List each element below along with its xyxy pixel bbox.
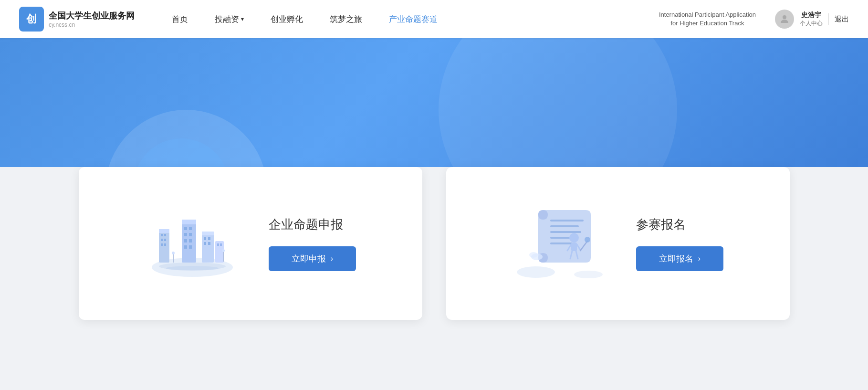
svg-point-0 (783, 15, 786, 19)
svg-rect-6 (161, 239, 163, 241)
svg-rect-26 (215, 241, 224, 263)
svg-rect-13 (189, 227, 192, 230)
svg-rect-27 (217, 243, 219, 246)
svg-rect-23 (208, 237, 210, 240)
svg-rect-7 (164, 239, 166, 241)
chevron-down-icon: ▾ (241, 16, 244, 22)
svg-rect-14 (184, 233, 187, 236)
intl-application-text: International Participant Application fo… (659, 11, 756, 28)
logo-icon: 创 (19, 7, 44, 32)
svg-point-35 (517, 266, 555, 278)
enterprise-card-content: 企业命题申报 立即申报 › (269, 216, 356, 271)
registration-card-content: 参赛报名 立即报名 › (636, 216, 723, 271)
svg-rect-3 (159, 229, 169, 233)
bottom-bg (0, 320, 868, 377)
user-center-label: 个人中心 (800, 20, 823, 28)
svg-rect-12 (184, 227, 187, 230)
svg-rect-4 (161, 234, 163, 236)
logout-button[interactable]: 退出 (835, 15, 849, 24)
svg-rect-18 (184, 245, 187, 249)
site-url: cy.ncss.cn (49, 21, 135, 28)
user-info[interactable]: 史浩宇 个人中心 (800, 11, 823, 28)
svg-rect-28 (220, 243, 222, 246)
nav-item-dream[interactable]: 筑梦之旅 (316, 14, 376, 25)
svg-rect-9 (164, 243, 166, 246)
enterprise-illustration (145, 205, 240, 282)
registration-illustration (512, 205, 607, 282)
svg-rect-17 (189, 239, 192, 242)
svg-rect-21 (202, 232, 214, 235)
svg-point-36 (574, 271, 603, 278)
header-right: 史浩宇 个人中心 退出 (775, 10, 849, 29)
logo-area[interactable]: 创 全国大学生创业服务网 cy.ncss.cn (19, 7, 135, 32)
nav-item-industry[interactable]: 产业命题赛道 (376, 14, 451, 25)
main-nav: 首页 投融资 ▾ 创业孵化 筑梦之旅 产业命题赛道 (158, 14, 649, 25)
logo-text-area: 全国大学生创业服务网 cy.ncss.cn (49, 10, 135, 28)
divider (828, 13, 829, 25)
svg-rect-20 (202, 232, 214, 263)
svg-rect-16 (184, 239, 187, 242)
svg-rect-15 (189, 233, 192, 236)
svg-rect-22 (204, 237, 206, 240)
arrow-icon: › (331, 254, 333, 263)
site-title: 全国大学生创业服务网 (49, 10, 135, 21)
svg-point-51 (529, 252, 538, 258)
user-name: 史浩宇 (801, 11, 821, 20)
registration-apply-button[interactable]: 立即报名 › (636, 246, 723, 271)
svg-point-32 (222, 249, 225, 252)
svg-rect-11 (182, 220, 196, 224)
arrow-icon: › (698, 254, 701, 263)
registration-card: 参赛报名 立即报名 › (446, 167, 790, 320)
svg-rect-43 (571, 242, 577, 251)
svg-rect-5 (164, 234, 166, 236)
header: 创 全国大学生创业服务网 cy.ncss.cn 首页 投融资 ▾ 创业孵化 筑梦… (0, 0, 868, 38)
enterprise-apply-button[interactable]: 立即申报 › (269, 246, 356, 271)
svg-rect-37 (550, 220, 584, 221)
avatar (775, 10, 794, 29)
enterprise-card-title: 企业命题申报 (269, 216, 343, 233)
svg-rect-19 (189, 245, 192, 249)
svg-rect-8 (161, 243, 163, 246)
svg-rect-25 (208, 242, 210, 245)
nav-item-investment[interactable]: 投融资 ▾ (201, 14, 257, 25)
svg-point-34 (166, 266, 219, 271)
cards-section: 企业命题申报 立即申报 › (0, 167, 868, 320)
nav-item-incubation[interactable]: 创业孵化 (257, 14, 316, 25)
svg-point-42 (569, 233, 579, 242)
svg-point-49 (585, 237, 590, 242)
svg-rect-38 (550, 225, 579, 227)
nav-item-home[interactable]: 首页 (158, 14, 201, 25)
svg-rect-39 (550, 231, 581, 233)
enterprise-card: 企业命题申报 立即申报 › (79, 167, 422, 320)
svg-point-30 (172, 252, 175, 254)
svg-rect-24 (204, 242, 206, 245)
registration-card-title: 参赛报名 (636, 216, 686, 233)
